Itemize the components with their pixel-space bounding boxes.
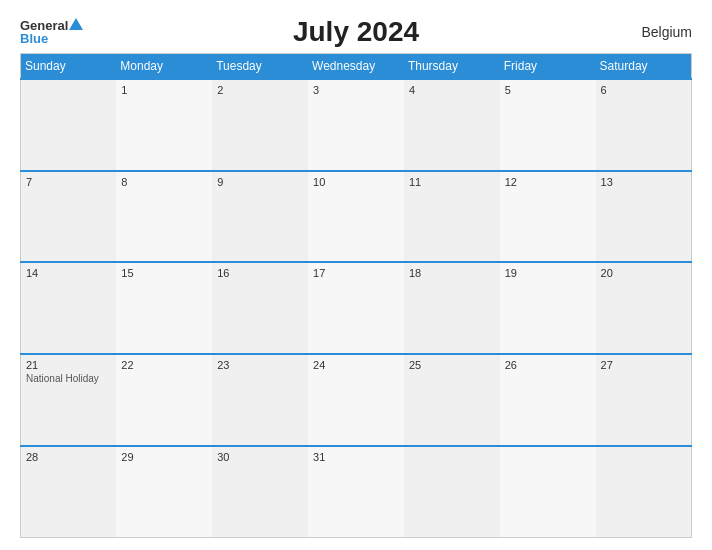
logo-triangle-icon [69, 18, 83, 30]
day-number: 17 [313, 267, 399, 279]
day-number: 2 [217, 84, 303, 96]
calendar-cell: 11 [404, 171, 500, 263]
calendar-cell: 6 [596, 79, 692, 171]
calendar-cell: 15 [116, 262, 212, 354]
day-number: 10 [313, 176, 399, 188]
calendar-cell: 27 [596, 354, 692, 446]
calendar-cell: 9 [212, 171, 308, 263]
calendar-cell: 10 [308, 171, 404, 263]
day-number: 4 [409, 84, 495, 96]
calendar-cell: 29 [116, 446, 212, 538]
calendar-cell: 14 [21, 262, 117, 354]
country-label: Belgium [641, 24, 692, 40]
calendar-cell: 20 [596, 262, 692, 354]
calendar-week-row: 78910111213 [21, 171, 692, 263]
day-number: 26 [505, 359, 591, 371]
day-number: 13 [601, 176, 686, 188]
calendar-cell: 2 [212, 79, 308, 171]
day-number: 1 [121, 84, 207, 96]
col-saturday: Saturday [596, 54, 692, 80]
calendar-week-row: 28293031 [21, 446, 692, 538]
col-wednesday: Wednesday [308, 54, 404, 80]
calendar-cell: 5 [500, 79, 596, 171]
day-number: 3 [313, 84, 399, 96]
day-number: 24 [313, 359, 399, 371]
day-number: 5 [505, 84, 591, 96]
day-number: 28 [26, 451, 111, 463]
col-sunday: Sunday [21, 54, 117, 80]
logo-blue-text: Blue [20, 32, 48, 45]
calendar-cell: 24 [308, 354, 404, 446]
col-monday: Monday [116, 54, 212, 80]
day-number: 14 [26, 267, 111, 279]
calendar-page: General Blue July 2024 Belgium Sunday Mo… [0, 0, 712, 550]
calendar-cell: 23 [212, 354, 308, 446]
day-number: 19 [505, 267, 591, 279]
logo-general-text: General [20, 19, 68, 32]
calendar-cell: 12 [500, 171, 596, 263]
calendar-cell: 16 [212, 262, 308, 354]
col-friday: Friday [500, 54, 596, 80]
calendar-cell [596, 446, 692, 538]
logo: General Blue [20, 18, 83, 45]
day-number: 12 [505, 176, 591, 188]
calendar-cell: 26 [500, 354, 596, 446]
calendar-table: Sunday Monday Tuesday Wednesday Thursday… [20, 53, 692, 538]
day-number: 20 [601, 267, 686, 279]
day-number: 21 [26, 359, 111, 371]
day-number: 11 [409, 176, 495, 188]
day-number: 22 [121, 359, 207, 371]
day-number: 15 [121, 267, 207, 279]
day-number: 6 [601, 84, 686, 96]
calendar-cell: 22 [116, 354, 212, 446]
calendar-cell: 3 [308, 79, 404, 171]
calendar-cell: 13 [596, 171, 692, 263]
calendar-cell [404, 446, 500, 538]
calendar-cell: 8 [116, 171, 212, 263]
day-number: 29 [121, 451, 207, 463]
col-thursday: Thursday [404, 54, 500, 80]
calendar-cell: 28 [21, 446, 117, 538]
calendar-cell: 4 [404, 79, 500, 171]
calendar-cell: 18 [404, 262, 500, 354]
calendar-cell: 25 [404, 354, 500, 446]
day-number: 27 [601, 359, 686, 371]
calendar-cell: 17 [308, 262, 404, 354]
calendar-cell: 1 [116, 79, 212, 171]
calendar-title: July 2024 [293, 16, 419, 48]
calendar-cell [500, 446, 596, 538]
day-event-label: National Holiday [26, 373, 111, 384]
day-number: 9 [217, 176, 303, 188]
day-number: 25 [409, 359, 495, 371]
col-tuesday: Tuesday [212, 54, 308, 80]
calendar-week-row: 123456 [21, 79, 692, 171]
calendar-week-row: 21National Holiday222324252627 [21, 354, 692, 446]
calendar-cell: 30 [212, 446, 308, 538]
day-number: 18 [409, 267, 495, 279]
day-number: 16 [217, 267, 303, 279]
weekday-header-row: Sunday Monday Tuesday Wednesday Thursday… [21, 54, 692, 80]
calendar-week-row: 14151617181920 [21, 262, 692, 354]
calendar-cell: 19 [500, 262, 596, 354]
calendar-cell: 7 [21, 171, 117, 263]
calendar-cell: 31 [308, 446, 404, 538]
day-number: 23 [217, 359, 303, 371]
day-number: 7 [26, 176, 111, 188]
calendar-cell: 21National Holiday [21, 354, 117, 446]
day-number: 31 [313, 451, 399, 463]
calendar-cell [21, 79, 117, 171]
day-number: 8 [121, 176, 207, 188]
calendar-header: General Blue July 2024 Belgium [20, 18, 692, 45]
day-number: 30 [217, 451, 303, 463]
